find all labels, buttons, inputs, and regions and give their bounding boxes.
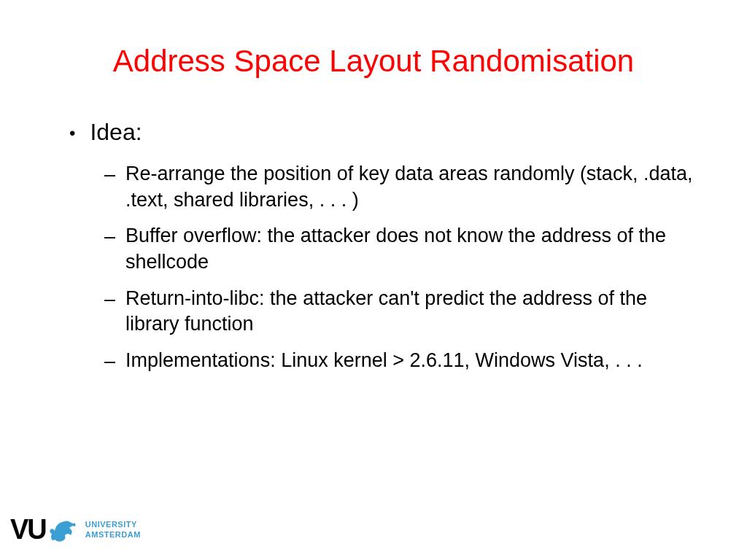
bullet-text: Return-into-libc: the attacker can't pre… (125, 286, 696, 338)
bullet-level-2: – Re-arrange the position of key data ar… (104, 161, 696, 213)
bullet-level-1: • Idea: (69, 119, 696, 148)
sub-bullet-list: – Re-arrange the position of key data ar… (104, 161, 696, 374)
bullet-marker: – (104, 161, 115, 187)
bullet-level-2: – Implementations: Linux kernel > 2.6.11… (104, 348, 696, 374)
bullet-marker: – (104, 348, 115, 374)
slide: Address Space Layout Randomisation • Ide… (0, 0, 747, 560)
logo-line-2: AMSTERDAM (85, 530, 141, 540)
bullet-text: Buffer overflow: the attacker does not k… (125, 223, 696, 275)
bullet-marker: • (69, 119, 75, 148)
griffin-icon (47, 516, 78, 544)
logo-line-1: UNIVERSITY (85, 520, 141, 529)
bullet-marker: – (104, 223, 115, 249)
bullet-level-2: – Buffer overflow: the attacker does not… (104, 223, 696, 275)
bullet-text: Re-arrange the position of key data area… (125, 161, 696, 213)
bullet-text: Idea: (90, 119, 142, 146)
bullet-marker: – (104, 286, 115, 312)
university-logo: VU UNIVERSITY AMSTERDAM (10, 514, 141, 545)
bullet-level-2: – Return-into-libc: the attacker can't p… (104, 286, 696, 338)
bullet-text: Implementations: Linux kernel > 2.6.11, … (125, 348, 696, 374)
logo-text-block: UNIVERSITY AMSTERDAM (85, 520, 141, 539)
slide-body: • Idea: – Re-arrange the position of key… (69, 119, 696, 374)
logo-vu-text: VU (10, 514, 46, 545)
slide-title: Address Space Layout Randomisation (51, 44, 696, 79)
